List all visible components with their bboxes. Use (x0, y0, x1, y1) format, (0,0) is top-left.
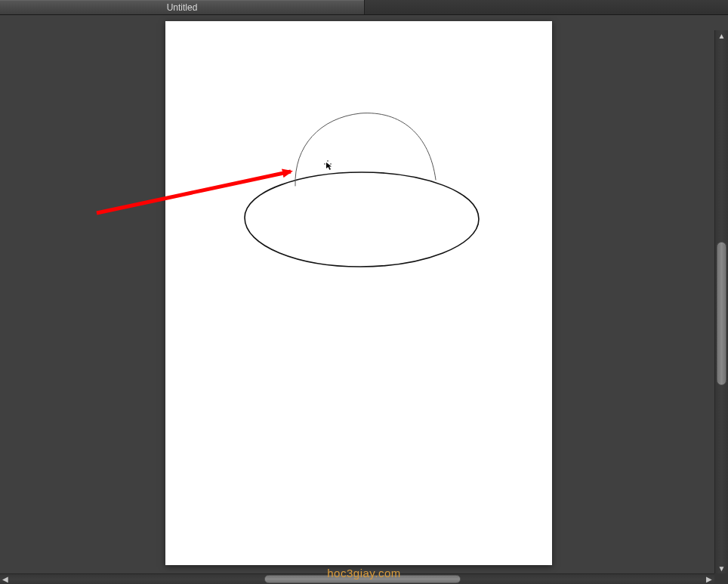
scroll-right-button[interactable]: ▶ (704, 574, 714, 584)
app-window: Untitled (0, 0, 728, 584)
vertical-scrollbar[interactable]: ▲ ▼ (714, 30, 728, 573)
scroll-left-button[interactable]: ◀ (0, 574, 11, 584)
scroll-down-button[interactable]: ▼ (715, 563, 728, 573)
chevron-right-icon: ▶ (706, 575, 712, 583)
canvas-viewport[interactable] (5, 18, 713, 573)
chevron-up-icon: ▲ (718, 32, 726, 40)
canvas[interactable] (165, 21, 552, 565)
chevron-down-icon: ▼ (718, 564, 726, 573)
vertical-scrollbar-thumb[interactable] (717, 242, 726, 385)
pen-cursor-icon (324, 160, 332, 170)
tab-bar: Untitled (0, 0, 728, 15)
scroll-up-button[interactable]: ▲ (715, 30, 728, 41)
watermark-text: hoc3giay.com (327, 567, 400, 579)
tab-bar-empty (365, 0, 728, 14)
scrollbar-corner (714, 573, 728, 584)
document-tab[interactable]: Untitled (0, 0, 365, 14)
chevron-left-icon: ◀ (2, 575, 8, 583)
workspace: ▲ ▼ ◀ ▶ hoc3giay.com (0, 15, 728, 584)
canvas-drawing (165, 21, 552, 565)
document-tab-title: Untitled (167, 2, 198, 13)
